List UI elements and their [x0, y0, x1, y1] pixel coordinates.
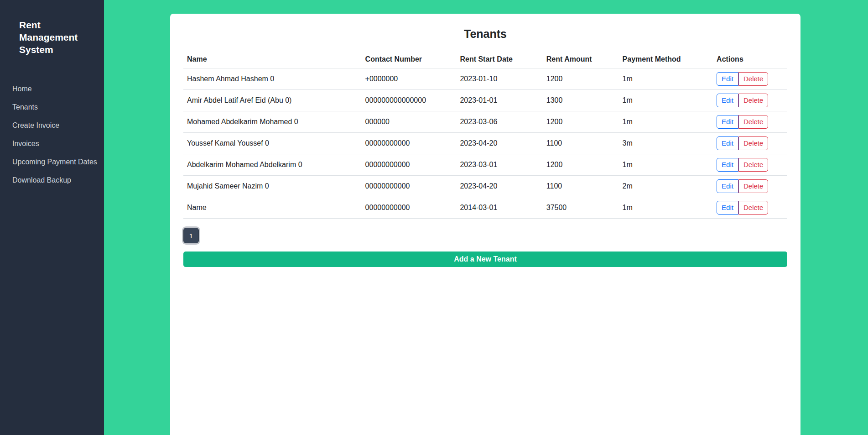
sidebar-item-download-backup[interactable]: Download Backup [0, 171, 104, 189]
cell-rent-amount: 1200 [543, 154, 619, 176]
pagination: 1 [183, 228, 787, 243]
cell-contact-number: 00000000000 [362, 133, 457, 154]
table-row: Amir Abdel Latif Aref Eid (Abu 0) 000000… [183, 90, 787, 111]
cell-payment-method: 3m [619, 133, 713, 154]
table-row: Name 00000000000 2014-03-01 37500 1m Edi… [183, 197, 787, 219]
app-layout: Rent Management System Home Tenants Crea… [0, 0, 868, 435]
cell-rent-amount: 1200 [543, 111, 619, 133]
edit-button[interactable]: Edit [717, 179, 738, 193]
cell-rent-amount: 1300 [543, 90, 619, 111]
sidebar-item-upcoming-payment-dates[interactable]: Upcoming Payment Dates [0, 153, 104, 171]
delete-button[interactable]: Delete [738, 201, 768, 215]
table-row: Mohamed Abdelkarim Mohamed 0 000000 2023… [183, 111, 787, 133]
cell-payment-method: 2m [619, 176, 713, 197]
brand-line-1: Rent [19, 19, 95, 31]
cell-payment-method: 1m [619, 90, 713, 111]
edit-button[interactable]: Edit [717, 94, 738, 107]
row-actions-group: Edit Delete [717, 158, 768, 172]
edit-button[interactable]: Edit [717, 158, 738, 172]
edit-button[interactable]: Edit [717, 136, 738, 150]
cell-actions: Edit Delete [713, 176, 787, 197]
delete-button[interactable]: Delete [738, 72, 768, 86]
col-header-contact-number: Contact Number [362, 51, 457, 68]
cell-contact-number: +0000000 [362, 68, 457, 90]
col-header-actions: Actions [713, 51, 787, 68]
cell-actions: Edit Delete [713, 133, 787, 154]
add-tenant-button[interactable]: Add a New Tenant [183, 252, 787, 267]
cell-rent-start-date: 2023-03-01 [456, 154, 542, 176]
delete-button[interactable]: Delete [738, 115, 768, 129]
cell-rent-start-date: 2014-03-01 [456, 197, 542, 219]
sidebar-item-invoices[interactable]: Invoices [0, 135, 104, 153]
cell-actions: Edit Delete [713, 111, 787, 133]
table-header-row: Name Contact Number Rent Start Date Rent… [183, 51, 787, 68]
cell-rent-amount: 37500 [543, 197, 619, 219]
col-header-payment-method: Payment Method [619, 51, 713, 68]
row-actions-group: Edit Delete [717, 115, 768, 129]
cell-name: Amir Abdel Latif Aref Eid (Abu 0) [183, 90, 362, 111]
cell-contact-number: 00000000000 [362, 197, 457, 219]
cell-payment-method: 1m [619, 68, 713, 90]
row-actions-group: Edit Delete [717, 179, 768, 193]
col-header-name: Name [183, 51, 362, 68]
cell-payment-method: 1m [619, 111, 713, 133]
cell-actions: Edit Delete [713, 154, 787, 176]
sidebar-item-tenants[interactable]: Tenants [0, 98, 104, 116]
cell-actions: Edit Delete [713, 197, 787, 219]
edit-button[interactable]: Edit [717, 115, 738, 129]
tenants-card: Tenants Name Contact Number Rent Start D… [170, 14, 800, 435]
row-actions-group: Edit Delete [717, 136, 768, 150]
brand-line-3: System [19, 44, 95, 56]
page-title: Tenants [183, 27, 787, 41]
cell-rent-amount: 1100 [543, 176, 619, 197]
col-header-rent-amount: Rent Amount [543, 51, 619, 68]
edit-button[interactable]: Edit [717, 201, 738, 215]
cell-name: Hashem Ahmad Hashem 0 [183, 68, 362, 90]
cell-contact-number: 00000000000 [362, 154, 457, 176]
row-actions-group: Edit Delete [717, 72, 768, 86]
table-row: Hashem Ahmad Hashem 0 +0000000 2023-01-1… [183, 68, 787, 90]
tenants-table: Name Contact Number Rent Start Date Rent… [183, 51, 787, 219]
sidebar: Rent Management System Home Tenants Crea… [0, 0, 104, 435]
page-1-button[interactable]: 1 [183, 228, 199, 243]
cell-rent-start-date: 2023-03-06 [456, 111, 542, 133]
sidebar-item-create-invoice[interactable]: Create Invoice [0, 116, 104, 135]
cell-name: Mohamed Abdelkarim Mohamed 0 [183, 111, 362, 133]
cell-contact-number: 000000 [362, 111, 457, 133]
cell-rent-start-date: 2023-01-10 [456, 68, 542, 90]
delete-button[interactable]: Delete [738, 158, 768, 172]
cell-name: Youssef Kamal Youssef 0 [183, 133, 362, 154]
cell-rent-start-date: 2023-04-20 [456, 176, 542, 197]
cell-name: Name [183, 197, 362, 219]
sidebar-item-home[interactable]: Home [0, 80, 104, 98]
cell-actions: Edit Delete [713, 68, 787, 90]
table-row: Abdelkarim Mohamed Abdelkarim 0 00000000… [183, 154, 787, 176]
edit-button[interactable]: Edit [717, 72, 738, 86]
cell-rent-amount: 1200 [543, 68, 619, 90]
col-header-rent-start-date: Rent Start Date [456, 51, 542, 68]
cell-payment-method: 1m [619, 154, 713, 176]
delete-button[interactable]: Delete [738, 179, 768, 193]
cell-actions: Edit Delete [713, 90, 787, 111]
cell-payment-method: 1m [619, 197, 713, 219]
cell-rent-start-date: 2023-01-01 [456, 90, 542, 111]
row-actions-group: Edit Delete [717, 201, 768, 215]
brand-title: Rent Management System [0, 0, 104, 56]
main-area: Tenants Name Contact Number Rent Start D… [104, 0, 868, 435]
delete-button[interactable]: Delete [738, 136, 768, 150]
cell-name: Abdelkarim Mohamed Abdelkarim 0 [183, 154, 362, 176]
table-row: Mujahid Sameer Nazim 0 00000000000 2023-… [183, 176, 787, 197]
delete-button[interactable]: Delete [738, 94, 768, 107]
cell-contact-number: 000000000000000 [362, 90, 457, 111]
cell-contact-number: 00000000000 [362, 176, 457, 197]
table-row: Youssef Kamal Youssef 0 00000000000 2023… [183, 133, 787, 154]
cell-rent-amount: 1100 [543, 133, 619, 154]
cell-rent-start-date: 2023-04-20 [456, 133, 542, 154]
sidebar-nav: Home Tenants Create Invoice Invoices Upc… [0, 80, 104, 189]
cell-name: Mujahid Sameer Nazim 0 [183, 176, 362, 197]
brand-line-2: Management [19, 31, 95, 44]
row-actions-group: Edit Delete [717, 94, 768, 107]
